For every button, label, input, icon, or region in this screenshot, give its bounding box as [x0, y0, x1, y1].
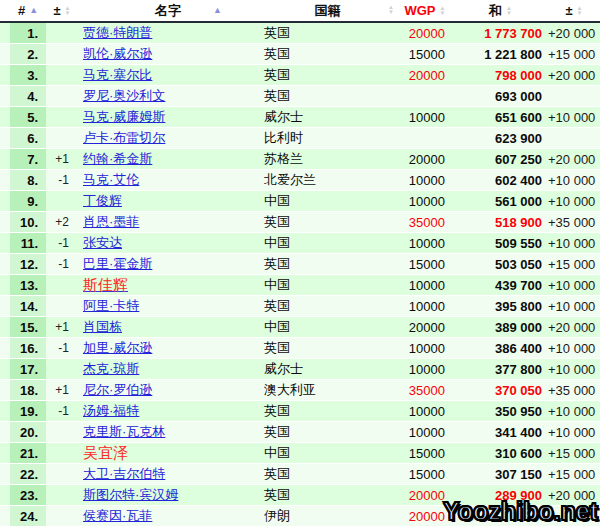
player-name-cell: 吴宜泽 [78, 443, 258, 464]
header-sum-label: 和 [489, 2, 502, 20]
wgp-cell: 20000 [397, 506, 453, 526]
header-sum[interactable]: 和▲▼ [453, 0, 548, 22]
header-nationality[interactable]: 国籍 ▲▼ [258, 0, 397, 22]
rank-cell: 24. [10, 506, 46, 526]
nationality-cell: 英国 [258, 212, 397, 233]
header-name-label: 名字 [155, 2, 181, 20]
player-name-link[interactable]: 大卫·吉尔伯特 [83, 466, 165, 481]
wgp-cell: 15000 [397, 443, 453, 464]
points-change-cell: +20 000 [548, 149, 600, 170]
wgp-cell: 35000 [397, 212, 453, 233]
wgp-cell: 20000 [397, 485, 453, 506]
player-name-link[interactable]: 斯佳辉 [83, 276, 128, 293]
row-spacer [0, 170, 10, 191]
rank-change-cell [46, 191, 78, 212]
nationality-cell: 英国 [258, 44, 397, 65]
header-rank[interactable]: #▲ [10, 0, 46, 22]
rank-cell: 20. [10, 422, 46, 443]
header-wgp[interactable]: WGP▲▼ [397, 0, 453, 22]
points-change-cell: +15 000 [548, 464, 600, 485]
points-change-cell: +20 000 [548, 22, 600, 44]
player-name-link[interactable]: 约翰·希金斯 [83, 151, 152, 166]
table-row: 6.卢卡·布雷切尔比利时623 900 [0, 128, 600, 149]
nationality-cell: 伊朗 [258, 506, 397, 526]
player-name-link[interactable]: 巴里·霍金斯 [83, 256, 152, 271]
wgp-cell [397, 128, 453, 149]
rank-change-cell: +1 [46, 149, 78, 170]
nationality-cell: 中国 [258, 191, 397, 212]
table-row: 12.-1巴里·霍金斯英国15000503 050+15 000 [0, 254, 600, 275]
player-name-link[interactable]: 阿里·卡特 [83, 298, 139, 313]
table-body: 1.贾德·特朗普英国200001 773 700+20 0002.凯伦·威尔逊英… [0, 22, 600, 526]
sum-cell: 395 800 [453, 296, 548, 317]
wgp-cell [397, 86, 453, 107]
player-name-link[interactable]: 斯图尔特·宾汉姆 [83, 487, 178, 502]
table-row: 21.吴宜泽中国15000310 600+15 000 [0, 443, 600, 464]
header-name[interactable]: 名字 ▲ [78, 0, 258, 22]
rank-change-cell: -1 [46, 233, 78, 254]
points-change-cell: +15 000 [548, 254, 600, 275]
header-change[interactable]: ±▲▼ [46, 0, 78, 22]
nationality-cell: 中国 [258, 317, 397, 338]
player-name-link[interactable]: 马克·艾伦 [83, 172, 139, 187]
row-spacer [0, 422, 10, 443]
nationality-cell: 比利时 [258, 128, 397, 149]
player-name-link[interactable]: 加里·威尔逊 [83, 340, 152, 355]
player-name-cell: 马克·艾伦 [78, 170, 258, 191]
player-name-link[interactable]: 张安达 [83, 235, 122, 250]
player-name-link[interactable]: 丁俊辉 [83, 193, 122, 208]
nationality-cell: 中国 [258, 275, 397, 296]
wgp-cell: 15000 [397, 464, 453, 485]
player-name-link[interactable]: 汤姆·福特 [83, 403, 139, 418]
row-spacer [0, 233, 10, 254]
header-spacer [0, 0, 10, 22]
player-name-cell: 约翰·希金斯 [78, 149, 258, 170]
nationality-cell: 英国 [258, 338, 397, 359]
wgp-cell: 10000 [397, 191, 453, 212]
header-rank-label: # [18, 3, 25, 18]
player-name-link[interactable]: 肖恩·墨菲 [83, 214, 139, 229]
sum-cell: 607 250 [453, 149, 548, 170]
player-name-link[interactable]: 吴宜泽 [83, 444, 128, 461]
sum-cell: 518 900 [453, 212, 548, 233]
table-row: 20.克里斯·瓦克林英国10000341 400+10 000 [0, 422, 600, 443]
table-row: 23.斯图尔特·宾汉姆英国20000289 900+20 000 [0, 485, 600, 506]
sum-cell: 370 050 [453, 380, 548, 401]
player-name-link[interactable]: 凯伦·威尔逊 [83, 46, 152, 61]
sum-cell: 377 800 [453, 359, 548, 380]
rank-cell: 13. [10, 275, 46, 296]
nationality-cell: 苏格兰 [258, 149, 397, 170]
table-row: 24.侯赛因·瓦菲伊朗20000 [0, 506, 600, 526]
player-name-link[interactable]: 马克·塞尔比 [83, 67, 152, 82]
player-name-cell: 马克·威廉姆斯 [78, 107, 258, 128]
row-spacer [0, 254, 10, 275]
table-row: 13.斯佳辉中国10000439 700+10 000 [0, 275, 600, 296]
player-name-link[interactable]: 肖国栋 [83, 319, 122, 334]
table-row: 2.凯伦·威尔逊英国150001 221 800+15 000 [0, 44, 600, 65]
wgp-cell: 10000 [397, 359, 453, 380]
player-name-link[interactable]: 贾德·特朗普 [83, 25, 152, 40]
row-spacer [0, 275, 10, 296]
player-name-link[interactable]: 侯赛因·瓦菲 [83, 508, 152, 523]
player-name-link[interactable]: 杰克·琼斯 [83, 361, 139, 376]
rank-cell: 12. [10, 254, 46, 275]
sum-cell: 307 150 [453, 464, 548, 485]
player-name-cell: 加里·威尔逊 [78, 338, 258, 359]
rank-cell: 1. [10, 22, 46, 44]
header-row: #▲ ±▲▼ 名字 ▲ 国籍 ▲▼ WGP▲▼ 和▲▼ ±▲▼ [0, 0, 600, 22]
rank-change-cell [46, 44, 78, 65]
player-name-link[interactable]: 克里斯·瓦克林 [83, 424, 165, 439]
rank-cell: 4. [10, 86, 46, 107]
points-change-cell: +35 000 [548, 380, 600, 401]
player-name-link[interactable]: 罗尼·奥沙利文 [83, 88, 165, 103]
sum-cell: 341 400 [453, 422, 548, 443]
player-name-link[interactable]: 尼尔·罗伯逊 [83, 382, 152, 397]
rank-cell: 10. [10, 212, 46, 233]
header-points-change[interactable]: ±▲▼ [548, 0, 600, 22]
rank-change-cell [46, 485, 78, 506]
row-spacer [0, 464, 10, 485]
player-name-link[interactable]: 卢卡·布雷切尔 [83, 130, 165, 145]
nationality-cell: 澳大利亚 [258, 380, 397, 401]
table-row: 5.马克·威廉姆斯威尔士10000651 600+10 000 [0, 107, 600, 128]
player-name-link[interactable]: 马克·威廉姆斯 [83, 109, 165, 124]
